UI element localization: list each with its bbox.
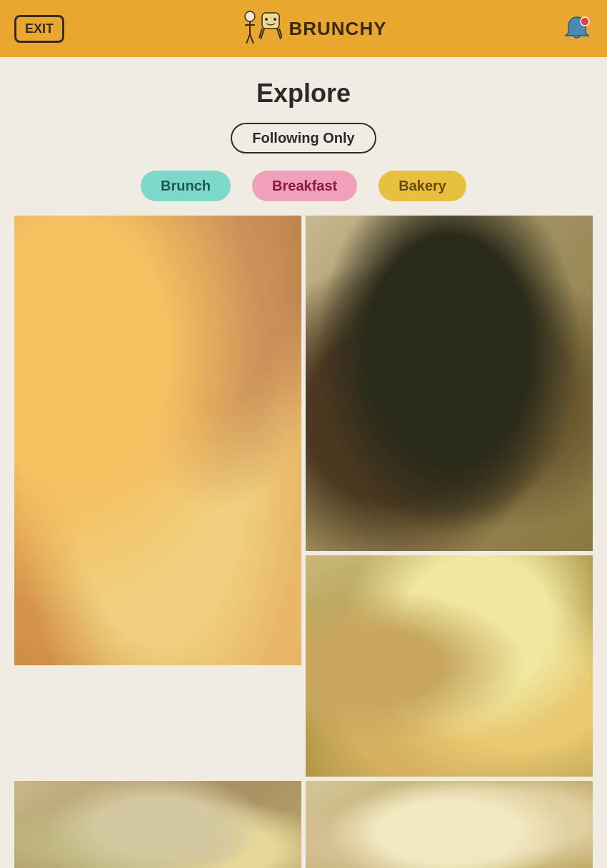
app-title: BRUNCHY: [289, 18, 387, 40]
page-title: Explore: [256, 79, 351, 108]
notification-button[interactable]: [561, 13, 593, 44]
svg-point-12: [581, 17, 589, 26]
category-breakfast-button[interactable]: Breakfast: [252, 171, 357, 201]
logo-container: BRUNCHY: [239, 9, 387, 49]
photo-item[interactable]: [306, 216, 593, 551]
category-filters: Brunch Breakfast Bakery: [141, 171, 466, 201]
svg-line-4: [250, 34, 254, 44]
logo-icon: [239, 9, 282, 49]
photo-item[interactable]: [14, 216, 301, 665]
svg-point-0: [245, 11, 255, 21]
header: EXIT BRUNCHY: [0, 0, 607, 57]
bell-icon: [561, 13, 593, 44]
category-bakery-button[interactable]: Bakery: [378, 171, 466, 201]
photo-grid: [14, 216, 593, 868]
category-brunch-button[interactable]: Brunch: [141, 171, 231, 201]
exit-button[interactable]: EXIT: [14, 15, 64, 43]
svg-rect-5: [262, 13, 279, 29]
main-content: Explore Following Only Brunch Breakfast …: [0, 57, 607, 868]
photo-item[interactable]: [306, 555, 593, 777]
following-only-toggle[interactable]: Following Only: [231, 123, 376, 153]
svg-line-3: [246, 34, 250, 44]
photo-item[interactable]: [14, 781, 301, 868]
svg-point-6: [265, 18, 268, 21]
photo-item[interactable]: [306, 781, 593, 868]
svg-point-7: [274, 18, 276, 21]
